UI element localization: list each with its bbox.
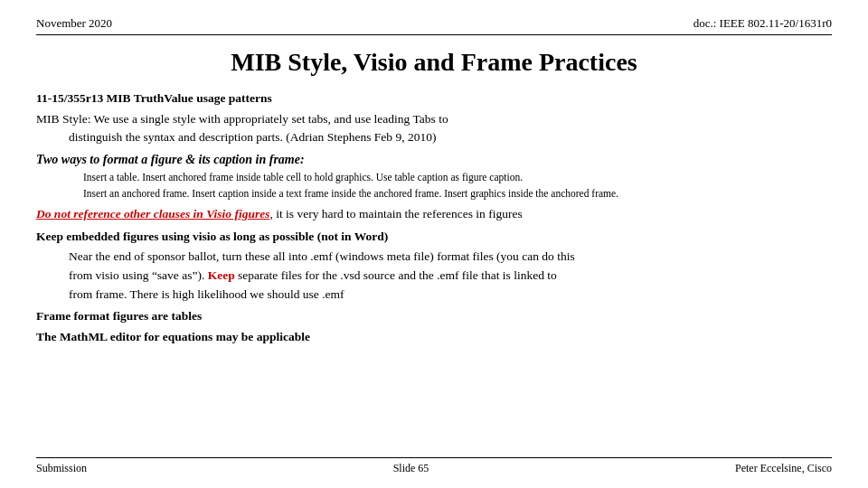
footer-author: Peter Eccelsine, Cisco [735,462,832,475]
footer-submission: Submission [36,462,87,475]
slide: November 2020 doc.: IEEE 802.11-20/1631r… [0,0,868,488]
footer-slide: Slide 65 [393,462,429,475]
do-not-ref-link[interactable]: Do not reference other clauses in Visio … [36,207,269,221]
do-not-ref-rest: , it is very hard to maintain the refere… [269,207,522,221]
header: November 2020 doc.: IEEE 802.11-20/1631r… [36,16,832,35]
near-end-line1: Near the end of sponsor ballot, turn the… [69,248,832,266]
small-line2: Insert an anchored frame. Insert caption… [83,186,832,202]
mib-style-line1: MIB Style: We use a single style with ap… [36,110,832,128]
keep-word: Keep [208,268,235,282]
small-line1: Insert a table. Insert anchored frame in… [83,170,832,185]
mathml: The MathML editor for equations may be a… [36,328,832,346]
do-not-ref-line: Do not reference other clauses in Visio … [36,205,832,223]
two-ways-heading: Two ways to format a figure & its captio… [36,151,832,169]
keep-embedded-heading: Keep embedded figures using visio as lon… [36,228,832,246]
section1-heading: 11-15/355r13 MIB TruthValue usage patter… [36,89,832,108]
slide-title: MIB Style, Visio and Frame Practices [36,48,832,77]
slide-content: 11-15/355r13 MIB TruthValue usage patter… [36,89,832,454]
near-end-line3: from frame. There is high likelihood we … [69,286,832,304]
mib-style-line2: distinguish the syntax and description p… [69,128,832,146]
frame-format: Frame format figures are tables [36,307,832,325]
near-end-line2: from visio using “save as”). Keep separa… [69,267,832,285]
header-date: November 2020 [36,16,112,31]
footer: Submission Slide 65 Peter Eccelsine, Cis… [36,457,832,475]
header-doc: doc.: IEEE 802.11-20/1631r0 [693,16,832,31]
